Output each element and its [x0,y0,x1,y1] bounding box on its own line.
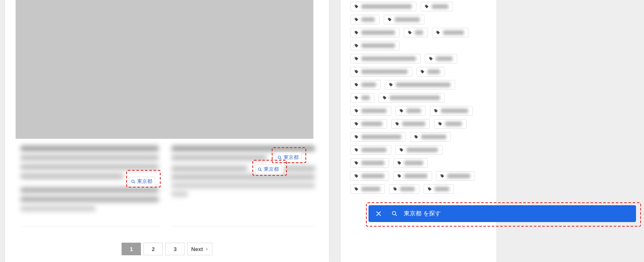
tag-icon [354,43,359,48]
tag-item[interactable] [436,171,475,181]
svg-point-33 [428,188,429,188]
pagination-page-1[interactable]: 1 [122,243,141,255]
article-text-line [171,174,315,180]
tokyo-chip-label: 東京都 [264,166,279,173]
tag-item[interactable] [389,184,419,194]
tag-icon [397,161,402,165]
tag-label-blur [361,56,416,61]
chevron-right-icon [205,247,209,251]
search-icon [391,210,398,217]
article-text-line [20,155,159,161]
tag-label-blur [361,174,384,178]
article-text-line [20,173,124,179]
tag-label-blur [361,43,395,48]
tag-icon [354,187,359,191]
svg-point-19 [355,123,355,123]
tag-item[interactable] [384,15,424,24]
svg-point-23 [415,136,415,136]
tag-item[interactable] [350,106,391,116]
svg-point-8 [355,58,355,58]
tag-item[interactable] [410,132,451,142]
article-text-line [20,196,159,202]
tag-item[interactable] [430,106,473,116]
tag-item[interactable] [395,145,443,155]
tag-icon [354,69,359,74]
tag-icon [389,82,393,87]
tag-item[interactable] [404,28,428,37]
svg-point-14 [355,97,355,97]
tag-item[interactable] [350,54,421,64]
search-icon [277,155,282,160]
main-column: 東京都 東京都 東京都 1 2 3 Next [5,0,329,262]
tag-label-blur [404,161,423,165]
tag-label-blur [400,187,415,191]
svg-point-1 [425,5,426,6]
tag-label-blur [435,187,449,191]
tag-item[interactable] [350,158,389,168]
tag-item[interactable] [350,171,389,181]
tag-item[interactable] [350,15,379,24]
article-text-line [20,206,96,212]
tag-item[interactable] [391,119,430,129]
tag-icon [397,174,402,178]
tokyo-chip-label: 東京都 [137,178,152,185]
article-text-line [20,146,159,151]
svg-point-26 [355,162,355,162]
tag-icon [436,30,440,35]
tokyo-search-chip[interactable]: 東京都 [129,177,155,186]
tag-item[interactable] [350,41,400,50]
tag-item[interactable] [350,145,391,155]
tag-icon [354,17,359,22]
tag-item[interactable] [395,106,426,116]
tag-icon [354,56,359,61]
svg-point-12 [355,84,355,84]
tag-item[interactable] [385,80,455,90]
tokyo-search-chip[interactable]: 東京都 [275,153,302,162]
floating-search-bar[interactable]: 東京都 を探す [368,205,636,222]
tag-item[interactable] [350,119,387,129]
tag-item[interactable] [350,28,400,37]
tag-item[interactable] [350,184,385,194]
tag-icon [354,135,359,139]
tag-item[interactable] [393,158,428,168]
tag-label-blur [361,95,370,100]
svg-point-17 [400,110,400,110]
tag-icon [414,135,419,139]
tag-item[interactable] [393,171,432,181]
tag-item[interactable] [425,54,457,64]
tag-label-blur [447,174,470,178]
tag-icon [420,69,425,74]
svg-point-3 [388,19,389,19]
tag-item[interactable] [350,80,381,90]
tag-item[interactable] [416,67,445,77]
tag-item[interactable] [350,2,416,11]
tag-icon [354,30,359,35]
tag-item[interactable] [434,119,466,129]
tokyo-search-chip[interactable]: 東京都 [255,164,282,174]
svg-point-0 [355,5,355,6]
tag-icon [395,122,400,126]
pagination-page-3[interactable]: 3 [165,243,185,255]
tag-label-blur [404,174,427,178]
tag-label-blur [361,148,387,152]
tag-label-blur [432,4,448,9]
tag-icon [354,174,359,178]
tag-label-blur [361,82,376,87]
article-text-line [284,166,315,172]
tag-item[interactable] [432,28,469,37]
tag-item[interactable] [379,93,445,103]
svg-point-6 [437,32,437,32]
tag-item[interactable] [350,67,412,77]
tag-item[interactable] [421,2,453,11]
tag-item[interactable] [350,93,374,103]
svg-point-30 [441,175,441,175]
pagination-next[interactable]: Next [187,243,212,255]
tag-label-blur [441,109,468,113]
tag-icon [354,95,359,100]
tag-item[interactable] [350,132,406,142]
close-icon[interactable] [375,210,382,217]
tag-item[interactable] [424,184,454,194]
tag-icon [399,148,404,152]
article-text-line [171,146,315,151]
pagination-page-2[interactable]: 2 [143,243,163,255]
